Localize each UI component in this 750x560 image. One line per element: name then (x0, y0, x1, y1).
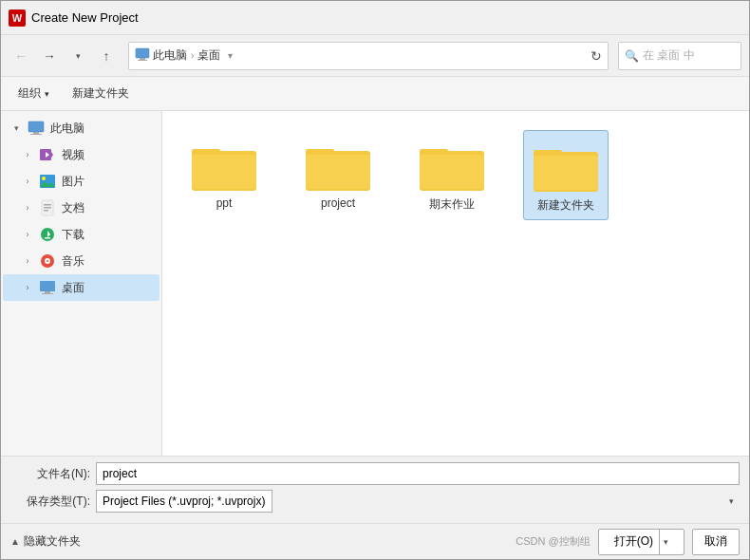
open-button[interactable]: 打开(O) ▾ (598, 529, 684, 555)
app-icon: W (9, 9, 26, 27)
address-arrow-1: › (191, 50, 194, 61)
address-segment-computer: 此电脑 (135, 47, 187, 65)
video-icon (39, 146, 56, 163)
search-bar[interactable]: 🔍 在 桌面 中 (618, 42, 741, 70)
svg-rect-42 (534, 156, 598, 190)
cancel-button[interactable]: 取消 (692, 529, 740, 555)
dialog-window: W Create New Project ← → ▾ ↑ 此电脑 › (0, 0, 750, 560)
filetype-label: 保存类型(T): (10, 494, 96, 510)
folder-label-new: 新建文件夹 (537, 197, 594, 214)
svg-rect-4 (138, 60, 147, 61)
sidebar: ▾ 此电脑 › (1, 111, 162, 456)
organize-label: 组织 (18, 85, 41, 102)
filetype-select[interactable]: Project Files (*.uvproj; *.uvprojx) (96, 490, 272, 513)
dropdown-button[interactable]: ▾ (66, 44, 90, 68)
svg-rect-17 (44, 210, 48, 212)
sidebar-label-computer: 此电脑 (50, 121, 84, 137)
status-right: CSDN @控制组 打开(O) ▾ 取消 (516, 529, 740, 555)
svg-rect-6 (33, 132, 39, 134)
filename-input[interactable] (96, 462, 740, 485)
second-toolbar: 组织 ▾ 新建文件夹 (1, 77, 749, 111)
svg-rect-25 (45, 291, 50, 293)
file-area: ppt project 期末作业 (162, 111, 749, 456)
sidebar-label-download: 下载 (62, 227, 84, 243)
folder-label-qimozuoye: 期末作业 (429, 196, 475, 213)
bottom-bar: 文件名(N): 保存类型(T): Project Files (*.uvproj… (1, 456, 749, 523)
status-bar: ▲ 隐藏文件夹 CSDN @控制组 打开(O) ▾ 取消 (1, 523, 749, 559)
folder-icon-project (304, 136, 372, 193)
music-icon (39, 252, 56, 270)
sidebar-label-document: 文档 (62, 200, 84, 216)
folder-label-project: project (321, 196, 355, 210)
svg-rect-26 (42, 293, 53, 294)
svg-rect-38 (420, 155, 484, 189)
folder-label-ppt: ppt (216, 196, 233, 210)
new-folder-label: 新建文件夹 (72, 85, 129, 102)
search-placeholder: 在 桌面 中 (643, 47, 695, 64)
sidebar-label-music: 音乐 (62, 253, 84, 270)
hide-arrow-icon: ▲ (10, 536, 20, 547)
filetype-row: 保存类型(T): Project Files (*.uvproj; *.uvpr… (10, 490, 740, 513)
expander-image: › (22, 176, 33, 187)
svg-rect-30 (192, 155, 256, 189)
refresh-button[interactable]: ↻ (591, 48, 602, 64)
open-dropdown-icon[interactable]: ▾ (659, 530, 668, 554)
filetype-wrapper: Project Files (*.uvproj; *.uvprojx) ▾ (96, 490, 740, 513)
address-dropdown[interactable]: ▾ (228, 50, 233, 61)
open-button-label: 打开(O) (614, 533, 653, 550)
download-icon (39, 226, 56, 243)
hide-folders-toggle[interactable]: ▲ 隐藏文件夹 (10, 533, 81, 550)
folder-project[interactable]: project (295, 130, 381, 220)
svg-point-23 (47, 260, 48, 262)
sidebar-item-music[interactable]: › 音乐 (3, 248, 159, 274)
address-segment-desktop: 桌面 (197, 47, 220, 64)
sidebar-item-desktop[interactable]: › 桌面 (3, 274, 159, 301)
svg-rect-24 (40, 281, 55, 291)
sidebar-item-video[interactable]: › 视频 (3, 141, 159, 168)
folder-new[interactable]: 新建文件夹 (523, 130, 609, 220)
folder-qimozuoye[interactable]: 期末作业 (409, 130, 495, 220)
svg-rect-5 (28, 121, 44, 132)
sidebar-label-desktop: 桌面 (62, 280, 84, 296)
sidebar-item-download[interactable]: › 下载 (3, 221, 159, 248)
svg-marker-9 (51, 152, 53, 158)
expander-document: › (22, 202, 33, 214)
expander-desktop: › (22, 282, 33, 293)
up-button[interactable]: ↑ (94, 44, 119, 68)
svg-text:W: W (12, 12, 23, 24)
folder-icon-qimozuoye (418, 136, 486, 193)
computer-icon (28, 120, 45, 137)
hide-folders-label: 隐藏文件夹 (24, 533, 81, 550)
sidebar-label-video: 视频 (62, 147, 84, 163)
forward-button[interactable]: → (37, 44, 62, 68)
desktop-icon (39, 279, 56, 296)
computer-icon (135, 47, 150, 65)
filename-label: 文件名(N): (10, 466, 96, 482)
document-icon (39, 199, 56, 216)
folder-ppt[interactable]: ppt (181, 130, 267, 220)
svg-rect-15 (44, 204, 51, 206)
title-bar: W Create New Project (1, 1, 749, 35)
nav-toolbar: ← → ▾ ↑ 此电脑 › 桌面 ▾ ↻ (1, 35, 749, 77)
address-bar[interactable]: 此电脑 › 桌面 ▾ ↻ (128, 42, 609, 70)
dialog-title: Create New Project (31, 10, 139, 25)
filename-row: 文件名(N): (10, 462, 740, 485)
address-desktop-label: 桌面 (197, 47, 220, 64)
sidebar-item-document[interactable]: › 文档 (3, 195, 159, 221)
select-arrow-icon: ▾ (729, 496, 734, 506)
main-content: ▾ 此电脑 › (1, 111, 749, 456)
cancel-button-label: 取消 (704, 534, 727, 548)
svg-point-12 (42, 177, 46, 180)
expander-download: › (22, 229, 33, 240)
sidebar-item-image[interactable]: › 图片 (3, 168, 159, 195)
watermark-text: CSDN @控制组 (516, 534, 590, 549)
sidebar-item-computer[interactable]: ▾ 此电脑 (3, 115, 159, 141)
svg-rect-2 (136, 48, 149, 58)
search-icon: 🔍 (625, 49, 639, 63)
back-button[interactable]: ← (9, 44, 33, 68)
organize-button[interactable]: 组织 ▾ (10, 82, 57, 106)
expander-video: › (22, 149, 33, 160)
folder-icon-new (532, 137, 600, 194)
svg-rect-16 (44, 207, 51, 209)
new-folder-button[interactable]: 新建文件夹 (65, 82, 137, 106)
